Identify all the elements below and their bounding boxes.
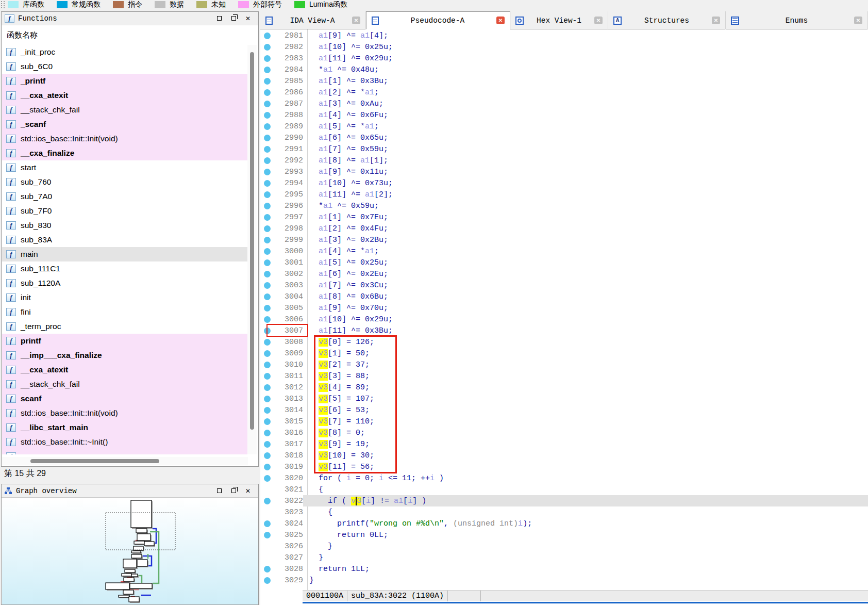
code-line[interactable]: 3023 { xyxy=(260,506,868,518)
function-list-item[interactable]: fsub_6C0 xyxy=(2,59,248,74)
function-list-item[interactable]: fstd::ios_base::Init::~Init() xyxy=(2,435,248,449)
code-line[interactable]: 2985 a1[1] ^= 0x3Bu; xyxy=(260,75,868,87)
code-line[interactable]: 3005 a1[9] ^= 0x70u; xyxy=(260,302,868,314)
function-list-item[interactable]: fprintf xyxy=(2,334,248,348)
maximize-icon[interactable] xyxy=(212,487,226,495)
functions-column-header[interactable]: 函数名称 xyxy=(2,25,258,45)
function-list-item[interactable]: f__stack_chk_fail xyxy=(2,377,248,391)
function-list-item[interactable]: f_term_proc xyxy=(2,319,248,334)
restore-icon[interactable] xyxy=(226,487,241,495)
code-line[interactable]: 2991 a1[7] ^= 0x59u; xyxy=(260,143,868,155)
code-line[interactable]: 3029} xyxy=(260,575,868,586)
function-list-item[interactable]: f__libc_start_main xyxy=(2,420,248,435)
code-line[interactable]: 2989 a1[5] ^= *a1; xyxy=(260,121,868,132)
function-list-item[interactable]: finit xyxy=(2,290,248,305)
tab-enums[interactable]: Enums✕ xyxy=(726,11,868,29)
toolbar-grip[interactable] xyxy=(1,1,5,8)
tab-hex-view-1[interactable]: Hex View-1✕ xyxy=(510,11,608,29)
code-line[interactable]: 2986 a1[2] ^= *a1; xyxy=(260,87,868,98)
functions-horizontal-scrollbar[interactable] xyxy=(2,457,248,465)
function-list-item[interactable]: fsub_1120A xyxy=(2,276,248,290)
code-line[interactable]: 3015 v3[7] = 110; xyxy=(260,416,868,427)
code-line[interactable]: 3006 a1[10] ^= 0x29u; xyxy=(260,314,868,325)
code-line[interactable]: 3025 return 0LL; xyxy=(260,529,868,541)
code-line[interactable]: 3010 v3[2] = 37; xyxy=(260,359,868,370)
code-line[interactable]: 3013 v3[5] = 107; xyxy=(260,393,868,404)
code-line[interactable]: 2983 a1[11] ^= 0x29u; xyxy=(260,53,868,64)
code-line[interactable]: 3012 v3[4] = 89; xyxy=(260,382,868,393)
code-line[interactable]: 3002 a1[6] ^= 0x2Eu; xyxy=(260,268,868,280)
function-list-item[interactable]: fsub_760 xyxy=(2,175,248,189)
code-line[interactable]: 3024 printf("wrong on #%d\n", (unsigned … xyxy=(260,518,868,529)
tab-pseudocode-a[interactable]: Pseudocode-A✕ xyxy=(366,11,510,29)
tab-structures[interactable]: AStructures✕ xyxy=(608,11,726,29)
code-line[interactable]: 3007 a1[11] ^= 0x3Bu; xyxy=(260,325,868,336)
code-line[interactable]: 3019 v3[11] = 56; xyxy=(260,461,868,472)
code-line[interactable]: 3018 v3[10] = 30; xyxy=(260,450,868,461)
code-line[interactable]: 3026 } xyxy=(260,541,868,552)
close-icon[interactable]: ✕ xyxy=(241,15,255,22)
code-line[interactable]: 3022 if ( v3[i] != a1[i] ) xyxy=(260,495,868,506)
code-line[interactable]: 2982 a1[10] ^= 0x25u; xyxy=(260,41,868,53)
code-line[interactable]: 3027 } xyxy=(260,552,868,563)
tab-close-icon[interactable]: ✕ xyxy=(594,17,603,24)
function-list-item[interactable]: fsub_7A0 xyxy=(2,189,248,204)
code-line[interactable]: 3028 return 1LL; xyxy=(260,563,868,575)
function-list-item[interactable]: f xyxy=(2,449,248,454)
function-list-item[interactable]: f_scanf xyxy=(2,117,248,132)
function-list-item[interactable]: fsub_830 xyxy=(2,218,248,233)
code-line[interactable]: 2997 a1[1] ^= 0x7Eu; xyxy=(260,211,868,223)
graph-overview-canvas[interactable] xyxy=(2,499,258,604)
tab-close-icon[interactable]: ✕ xyxy=(496,17,505,24)
code-line[interactable]: 3017 v3[9] = 19; xyxy=(260,438,868,450)
code-line[interactable]: 3009 v3[1] = 50; xyxy=(260,348,868,359)
function-list-item[interactable]: f_printf xyxy=(2,74,248,88)
close-icon[interactable]: ✕ xyxy=(241,487,255,495)
code-line[interactable]: 2998 a1[2] ^= 0x4Fu; xyxy=(260,223,868,234)
scrollbar-thumb[interactable] xyxy=(250,52,254,430)
code-line[interactable]: 2987 a1[3] ^= 0xAu; xyxy=(260,98,868,109)
code-line[interactable]: 2992 a1[8] ^= a1[1]; xyxy=(260,155,868,166)
function-list-item[interactable]: f__stack_chk_fail xyxy=(2,103,248,117)
tab-ida-view-a[interactable]: IDA View-A✕ xyxy=(260,11,366,29)
tab-close-icon[interactable]: ✕ xyxy=(712,17,720,24)
function-list-item[interactable]: fsub_83A xyxy=(2,233,248,247)
code-line[interactable]: 3021 { xyxy=(260,484,868,495)
code-line[interactable]: 3016 v3[8] = 0; xyxy=(260,427,868,438)
code-line[interactable]: 3000 a1[4] ^= *a1; xyxy=(260,246,868,257)
code-line[interactable]: 3014 v3[6] = 53; xyxy=(260,404,868,416)
code-line[interactable]: 2984 *a1 ^= 0x48u; xyxy=(260,64,868,75)
tab-close-icon[interactable]: ✕ xyxy=(352,17,360,24)
code-line[interactable]: 2981 a1[9] ^= a1[4]; xyxy=(260,30,868,41)
code-line[interactable]: 3001 a1[5] ^= 0x25u; xyxy=(260,257,868,268)
function-list-item[interactable]: fstart xyxy=(2,160,248,175)
function-list-item[interactable]: ffini xyxy=(2,305,248,319)
code-line[interactable]: 2999 a1[3] ^= 0x2Bu; xyxy=(260,234,868,246)
restore-icon[interactable] xyxy=(226,15,241,22)
code-line[interactable]: 3004 a1[8] ^= 0x6Bu; xyxy=(260,291,868,302)
code-line[interactable]: 3011 v3[3] = 88; xyxy=(260,370,868,382)
code-line[interactable]: 3008 v3[0] = 126; xyxy=(260,336,868,348)
code-line[interactable]: 2988 a1[4] ^= 0x6Fu; xyxy=(260,109,868,121)
code-line[interactable]: 2990 a1[6] ^= 0x65u; xyxy=(260,132,868,143)
function-list-item[interactable]: fstd::ios_base::Init::Init(void) xyxy=(2,406,248,420)
function-list-item[interactable]: f__cxa_finalize xyxy=(2,146,248,160)
code-line[interactable]: 2996 *a1 ^= 0x59u; xyxy=(260,200,868,211)
function-list-item[interactable]: f__imp___cxa_finalize xyxy=(2,348,248,363)
function-list-item[interactable]: fsub_111C1 xyxy=(2,261,248,276)
code-line[interactable]: 3020 for ( i = 0; i <= 11; ++i ) xyxy=(260,472,868,484)
code-line[interactable]: 3003 a1[7] ^= 0x3Cu; xyxy=(260,280,868,291)
function-list-item[interactable]: f__cxa_atexit xyxy=(2,363,248,377)
function-list-item[interactable]: f_init_proc xyxy=(2,45,248,59)
code-line[interactable]: 2994 a1[10] ^= 0x73u; xyxy=(260,177,868,189)
function-list-item[interactable]: fmain xyxy=(2,247,248,261)
maximize-icon[interactable] xyxy=(212,15,226,22)
function-list-item[interactable]: f__cxa_atexit xyxy=(2,88,248,103)
function-list-item[interactable]: fstd::ios_base::Init::Init(void) xyxy=(2,132,248,146)
code-line[interactable]: 2995 a1[11] ^= a1[2]; xyxy=(260,189,868,200)
function-list-item[interactable]: fsub_7F0 xyxy=(2,204,248,218)
pseudocode-view[interactable]: 2981 a1[9] ^= a1[4];2982 a1[10] ^= 0x25u… xyxy=(260,29,868,605)
function-list-item[interactable]: fscanf xyxy=(2,391,248,406)
code-line[interactable]: 2993 a1[9] ^= 0x11u; xyxy=(260,166,868,177)
scrollbar-thumb[interactable] xyxy=(30,459,159,463)
